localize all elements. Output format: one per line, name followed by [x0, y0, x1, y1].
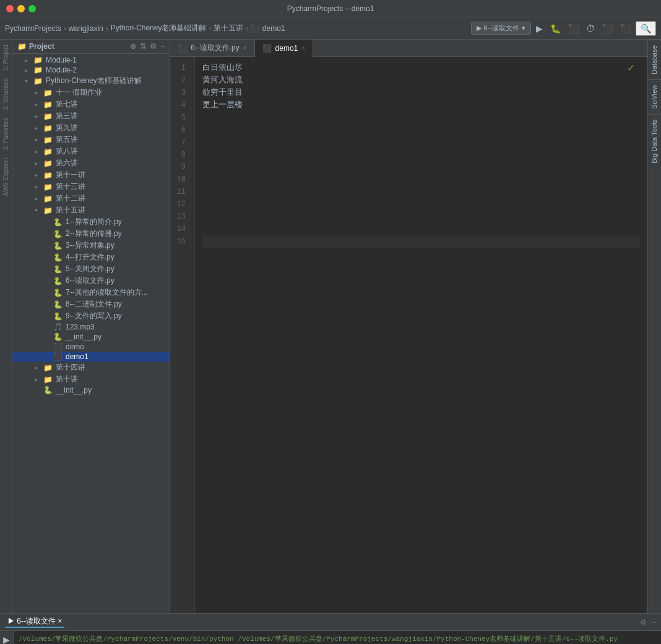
- tree-item[interactable]: ▸📁第三讲: [12, 110, 170, 122]
- coverage-button[interactable]: ⬛: [566, 22, 581, 35]
- tree-item[interactable]: ▾📁第十五讲: [12, 204, 170, 216]
- folder-icon: 📁: [43, 183, 53, 191]
- sidebar-sciview[interactable]: SciView: [648, 79, 661, 114]
- folder-arrow: ▸: [35, 364, 43, 371]
- breadcrumb-file[interactable]: ⬛ demo1: [251, 24, 285, 33]
- minimize-button[interactable]: [17, 5, 25, 12]
- run-button[interactable]: ▶: [534, 22, 545, 35]
- line-number: 8: [170, 149, 191, 161]
- folder-arrow: ▸: [25, 67, 33, 74]
- folder-icon: 📁: [43, 363, 53, 372]
- tree-item[interactable]: 🐍3--异常对象.py: [12, 240, 170, 251]
- folder-arrow: ▾: [25, 77, 33, 84]
- tree-item[interactable]: ▸📁第七讲: [12, 98, 170, 110]
- run-tab[interactable]: ▶ 6--读取文件 ×: [5, 616, 64, 628]
- line-number: 10: [170, 173, 191, 186]
- python-file-icon: 🐍: [53, 218, 63, 227]
- tree-label: Python-Cheney老师基础讲解: [46, 76, 142, 86]
- profile-button[interactable]: ⏱: [584, 22, 597, 35]
- structure-strip-icon[interactable]: 2: Structure: [1, 76, 11, 113]
- tree-item[interactable]: 🐍5--关闭文件.py: [12, 263, 170, 275]
- editor-tab[interactable]: ⬛6--读取文件.py×: [170, 40, 255, 57]
- tree-label: 第十五讲: [56, 205, 85, 215]
- tab-close[interactable]: ×: [301, 45, 305, 51]
- tree-item[interactable]: ▸📁Module-2: [12, 65, 170, 75]
- add-icon[interactable]: ⊕: [130, 42, 136, 51]
- minimize-icon[interactable]: −: [160, 42, 165, 51]
- tree-item[interactable]: 🐍1--异常的简介.py: [12, 216, 170, 228]
- close-button[interactable]: [6, 5, 14, 12]
- tree-item[interactable]: 🐍7--其他的读取文件的方...: [12, 287, 170, 298]
- demo-file-icon: ⬛: [53, 352, 63, 361]
- editor-area: ⬛6--读取文件.py×⬛demo1× 12345678910111213141…: [170, 40, 647, 613]
- code-content[interactable]: 白日依山尽黄河入海流欲穷千里目更上一层楼: [195, 57, 647, 613]
- tree-item[interactable]: ⬛demo1: [12, 352, 170, 362]
- tree-item[interactable]: ▸📁第十三讲: [12, 181, 170, 193]
- tree-item[interactable]: 🐍9--文件的写入.py: [12, 310, 170, 322]
- tree-item[interactable]: 🐍4--打开文件.py: [12, 251, 170, 263]
- tree-label: 6--读取文件.py: [66, 276, 114, 286]
- tree-item[interactable]: ▸📁第五讲: [12, 134, 170, 146]
- tree-item[interactable]: ⬛demo: [12, 342, 170, 352]
- tree-item[interactable]: ▸📁第十讲: [12, 373, 170, 385]
- settings-tool[interactable]: ⚙: [640, 618, 647, 627]
- favorites-strip-icon[interactable]: 2: Favorites: [1, 115, 11, 152]
- close-tool[interactable]: −: [652, 618, 656, 627]
- tree-item[interactable]: 🐍8--二进制文件.py: [12, 298, 170, 310]
- tree-item[interactable]: ▸📁十一 假期作业: [12, 87, 170, 98]
- tree-item[interactable]: ▸📁第九讲: [12, 122, 170, 134]
- line-numbers: 123456789101112131415: [170, 57, 195, 613]
- tree-label: 第三讲: [56, 111, 78, 121]
- run-config-selector[interactable]: ▶ 6--读取文件 ▾: [471, 22, 531, 35]
- folder-icon: 📁: [43, 159, 53, 168]
- tree-label: demo1: [66, 352, 89, 361]
- breadcrumb-pycharmprojects[interactable]: PycharmProjects: [5, 24, 61, 33]
- tab-close[interactable]: ×: [243, 45, 247, 51]
- project-strip-icon[interactable]: 1: Project: [1, 42, 11, 73]
- tree-item[interactable]: 🐍6--读取文件.py: [12, 275, 170, 287]
- tree-label: 1--异常的简介.py: [66, 217, 122, 227]
- code-editor: 123456789101112131415 白日依山尽黄河入海流欲穷千里目更上一…: [170, 57, 647, 613]
- code-line: [202, 173, 640, 186]
- settings-button[interactable]: ⬛: [618, 22, 633, 35]
- mp3-file-icon: 🎵: [53, 323, 63, 331]
- folder-icon: 📁: [43, 147, 53, 156]
- sidebar-database[interactable]: Database: [648, 40, 661, 79]
- window-title: PycharmProjects – demo1: [287, 4, 374, 13]
- search-button[interactable]: 🔍: [636, 21, 656, 36]
- breadcrumb-lecture[interactable]: 第十五讲: [214, 23, 243, 33]
- run-green-button[interactable]: ▶: [2, 633, 11, 644]
- run-config-icon: ▶: [477, 24, 482, 32]
- breadcrumb-wangjiaxin[interactable]: wangjiaxin: [69, 24, 103, 33]
- maximize-button[interactable]: [28, 5, 36, 12]
- tree-item[interactable]: 🐍__init__.py: [12, 385, 170, 395]
- tree-item[interactable]: ▸📁Module-1: [12, 55, 170, 65]
- folder-icon: 📁: [43, 136, 53, 144]
- aws-strip-icon[interactable]: AWS Explorer: [1, 155, 11, 198]
- line-number: 3: [170, 87, 191, 99]
- tree-item[interactable]: ▸📁第十一讲: [12, 169, 170, 181]
- tree-item[interactable]: 🐍2--异常的传播.py: [12, 228, 170, 240]
- tree-label: 第十四讲: [56, 362, 85, 373]
- tree-item[interactable]: 🐍__init__.py: [12, 332, 170, 342]
- line-number: 9: [170, 161, 191, 173]
- sidebar-bigdata[interactable]: Big Data Tools: [648, 114, 661, 168]
- editor-tab[interactable]: ⬛demo1×: [255, 40, 314, 57]
- breadcrumb-course[interactable]: Python-Cheney老师基础讲解: [111, 23, 207, 33]
- folder-icon: 📁: [33, 77, 43, 85]
- sort-icon[interactable]: ⇅: [140, 42, 146, 51]
- main-toolbar: PycharmProjects › wangjiaxin › Python-Ch…: [0, 17, 661, 40]
- tree-item[interactable]: 🎵123.mp3: [12, 322, 170, 332]
- tree-item[interactable]: ▾📁Python-Cheney老师基础讲解: [12, 75, 170, 87]
- code-line: [202, 111, 640, 124]
- tree-item[interactable]: ▸📁第十二讲: [12, 193, 170, 204]
- tree-item[interactable]: ▸📁第六讲: [12, 157, 170, 169]
- bottom-toolbar: ▶ 6--读取文件 × ⚙ −: [0, 614, 661, 631]
- stop-button[interactable]: ⬛: [600, 22, 615, 35]
- tree-item[interactable]: ▸📁第八讲: [12, 146, 170, 157]
- right-sidebar: Database SciView Big Data Tools: [647, 40, 661, 613]
- tree-item[interactable]: ▸📁第十四讲: [12, 362, 170, 373]
- code-line: 黄河入海流: [202, 74, 640, 87]
- debug-button[interactable]: 🐛: [548, 22, 563, 35]
- settings-icon[interactable]: ⚙: [150, 42, 157, 51]
